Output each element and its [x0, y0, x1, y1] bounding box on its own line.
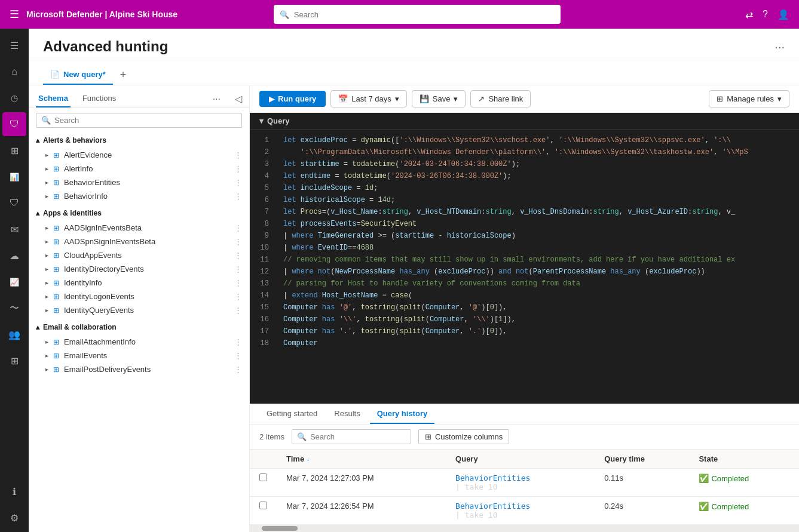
table-icon: ⊞	[53, 179, 59, 187]
global-search-input[interactable]	[294, 10, 555, 19]
schema-search-input[interactable]	[54, 116, 237, 125]
sidenav-settings[interactable]: ⚙	[2, 506, 26, 530]
sidenav-apps[interactable]: ⊞	[2, 349, 26, 373]
section-apps-header[interactable]: Apps & identities	[29, 205, 249, 221]
table-more-button[interactable]: ⋮	[234, 278, 242, 287]
header-time[interactable]: Time ↓	[277, 450, 446, 469]
schema-more-button[interactable]: ···	[213, 94, 221, 104]
scrollbar-thumb[interactable]	[262, 526, 298, 531]
tab-query-history[interactable]: Query history	[370, 404, 435, 424]
add-tab-button[interactable]: +	[118, 66, 129, 84]
section-email-header[interactable]: Email & collaboration	[29, 319, 249, 335]
table-identity-directory[interactable]: ▸ ⊞ IdentityDirectoryEvents ⋮	[29, 262, 249, 276]
collapse-icon: ▾	[259, 116, 264, 125]
query-collapse-button[interactable]: ▾ Query	[259, 116, 290, 125]
header-query-time[interactable]: Query time	[595, 450, 689, 469]
sidenav-line-chart[interactable]: 〜	[2, 296, 26, 320]
header-query[interactable]: Query	[446, 450, 595, 469]
table-more-button[interactable]: ⋮	[234, 150, 242, 159]
page-more-button[interactable]: ···	[774, 40, 785, 54]
share-icon[interactable]: ⇄	[745, 9, 753, 20]
table-identity-info[interactable]: ▸ ⊞ IdentityInfo ⋮	[29, 276, 249, 290]
results-scroll[interactable]: Time ↓ Query Query time	[250, 450, 799, 525]
header-state[interactable]: State	[689, 450, 799, 469]
table-behavior-entities[interactable]: ▸ ⊞ BehaviorEntities ⋮	[29, 176, 249, 189]
table-more-button[interactable]: ⋮	[234, 351, 242, 360]
row-time: Mar 7, 2024 12:26:54 PM	[277, 497, 446, 525]
run-query-button[interactable]: ▶ Run query	[259, 91, 326, 107]
table-more-button[interactable]: ⋮	[234, 306, 242, 315]
tab-schema[interactable]: Schema	[36, 90, 71, 107]
section-apps-identities: Apps & identities ▸ ⊞ AADSignInEventsBet…	[29, 205, 249, 317]
code-content[interactable]: let excludeProc = dynamic([':\\Windows\\…	[274, 130, 799, 404]
sidenav-menu[interactable]: ☰	[2, 33, 26, 57]
table-more-button[interactable]: ⋮	[234, 265, 242, 273]
table-cloud-app-events[interactable]: ▸ ⊞ CloudAppEvents ⋮	[29, 248, 249, 262]
tab-results[interactable]: Results	[327, 404, 367, 424]
sidenav-activity[interactable]: ◷	[2, 86, 26, 110]
table-identity-query[interactable]: ▸ ⊞ IdentityQueryEvents ⋮	[29, 303, 249, 317]
table-more-button[interactable]: ⋮	[234, 164, 242, 173]
bottom-search-input[interactable]	[310, 432, 406, 441]
share-button[interactable]: ↗ Share link	[470, 90, 531, 107]
profile-icon[interactable]: 👤	[777, 9, 789, 20]
global-search-box[interactable]: 🔍	[274, 5, 561, 24]
schema-collapse-button[interactable]: ◁	[235, 93, 242, 104]
sidenav-shield2[interactable]: 🛡	[2, 191, 26, 215]
row-checkbox[interactable]	[250, 497, 277, 525]
table-alert-evidence[interactable]: ▸ ⊞ AlertEvidence ⋮	[29, 148, 249, 162]
table-more-button[interactable]: ⋮	[234, 223, 242, 232]
manage-rules-button[interactable]: ⊞ Manage rules	[709, 90, 789, 107]
section-alerts-behaviors: Alerts & behaviors ▸ ⊞ AlertEvidence ⋮	[29, 133, 249, 203]
row-query-time: 0.11s	[595, 469, 689, 497]
hamburger-icon[interactable]: ☰	[10, 8, 19, 21]
state-col-label: State	[699, 454, 718, 463]
save-button[interactable]: 💾 Save	[412, 90, 466, 107]
table-behavior-info[interactable]: ▸ ⊞ BehaviorInfo ⋮	[29, 189, 249, 203]
table-more-button[interactable]: ⋮	[234, 292, 242, 301]
chevron-down-icon	[395, 94, 399, 103]
tab-new-query[interactable]: 📄 New query*	[43, 65, 113, 85]
table-email-attachment[interactable]: ▸ ⊞ EmailAttachmentInfo ⋮	[29, 335, 249, 349]
query-area: ▶ Run query 📅 Last 7 days 💾 Save ↗ Share…	[250, 85, 799, 532]
customize-columns-button[interactable]: ⊞ Customize columns	[418, 429, 509, 444]
query-pipe: | take 10	[455, 482, 497, 491]
code-body[interactable]: 12345 678910 1112131415 161718 let exclu…	[250, 130, 799, 404]
table-row: Mar 7, 2024 12:26:54 PM BehaviorEntities…	[250, 497, 799, 525]
checkbox-input[interactable]	[259, 473, 267, 481]
table-email-post-delivery[interactable]: ▸ ⊞ EmailPostDeliveryEvents ⋮	[29, 362, 249, 376]
section-alerts-header[interactable]: Alerts & behaviors	[29, 133, 249, 148]
sidenav-info[interactable]: ℹ	[2, 479, 26, 503]
table-alert-info[interactable]: ▸ ⊞ AlertInfo ⋮	[29, 162, 249, 176]
table-email-events[interactable]: ▸ ⊞ EmailEvents ⋮	[29, 349, 249, 362]
table-more-button[interactable]: ⋮	[234, 251, 242, 260]
table-more-button[interactable]: ⋮	[234, 178, 242, 187]
chevron-icon: ▸	[45, 165, 48, 172]
sidenav-people[interactable]: 👥	[2, 322, 26, 346]
tab-functions[interactable]: Functions	[80, 90, 118, 107]
sidenav-mail[interactable]: ✉	[2, 217, 26, 241]
table-identity-logon[interactable]: ▸ ⊞ IdentityLogonEvents ⋮	[29, 290, 249, 303]
help-icon[interactable]: ?	[763, 9, 768, 20]
table-row: Mar 7, 2024 12:27:03 PM BehaviorEntities…	[250, 469, 799, 497]
horizontal-scrollbar[interactable]	[250, 525, 799, 532]
chevron-icon: ▸	[45, 279, 48, 286]
table-more-button[interactable]: ⋮	[234, 237, 242, 246]
checkbox-input[interactable]	[259, 502, 267, 509]
sidenav-incidents[interactable]: ⊞	[2, 139, 26, 162]
table-aad-signin[interactable]: ▸ ⊞ AADSignInEventsBeta ⋮	[29, 221, 249, 235]
table-aad-spn-signin[interactable]: ▸ ⊞ AADSpnSignInEventsBeta ⋮	[29, 235, 249, 248]
sidenav-security[interactable]: 🛡	[2, 112, 26, 136]
sidenav-cloud[interactable]: ☁	[2, 244, 26, 267]
table-more-button[interactable]: ⋮	[234, 192, 242, 201]
table-more-button[interactable]: ⋮	[234, 365, 242, 374]
timerange-button[interactable]: 📅 Last 7 days	[330, 90, 407, 107]
row-checkbox[interactable]	[250, 469, 277, 497]
table-more-button[interactable]: ⋮	[234, 337, 242, 346]
sidenav-chart[interactable]: 📈	[2, 270, 26, 294]
sidenav-reports[interactable]: 📊	[2, 165, 26, 189]
chevron-icon: ▸	[45, 366, 48, 373]
tab-getting-started[interactable]: Getting started	[259, 404, 325, 424]
sidenav-home[interactable]: ⌂	[2, 60, 26, 84]
table-icon: ⊞	[53, 251, 59, 260]
